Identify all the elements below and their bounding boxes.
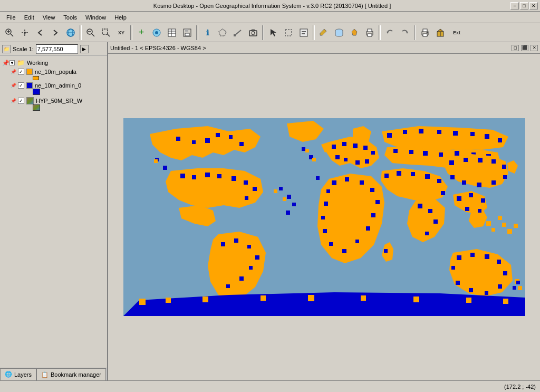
layer-group-working: 📌 ▼ 📁 Working — [2, 58, 105, 68]
data-button[interactable] — [332, 25, 346, 40]
svg-rect-129 — [486, 221, 491, 226]
save-button[interactable] — [180, 25, 195, 40]
map-maximize-button[interactable]: ⬛ — [521, 45, 528, 51]
menu-edit[interactable]: Edit — [20, 13, 38, 22]
svg-marker-39 — [406, 32, 408, 34]
svg-rect-28 — [285, 30, 292, 36]
svg-rect-178 — [384, 249, 388, 253]
menu-file[interactable]: File — [2, 13, 20, 22]
print-button[interactable] — [362, 25, 377, 40]
info-button[interactable]: ℹ — [200, 25, 215, 40]
select-button[interactable] — [266, 25, 281, 40]
layer-checkbox-2[interactable]: ✓ — [18, 82, 24, 89]
svg-marker-38 — [387, 32, 389, 34]
select-rect-button[interactable] — [281, 25, 296, 40]
svg-rect-100 — [498, 138, 502, 142]
table-button[interactable] — [165, 25, 179, 40]
svg-rect-153 — [261, 295, 266, 301]
layer-symbol-2 — [26, 82, 33, 89]
svg-rect-102 — [409, 150, 413, 154]
svg-rect-138 — [478, 209, 481, 213]
toolbar: XY + ℹ — [0, 23, 540, 42]
layers-tab-icon: 🌐 — [5, 371, 12, 378]
svg-rect-143 — [497, 260, 501, 264]
svg-rect-49 — [176, 137, 180, 141]
pin-icon: 📌 — [2, 60, 7, 66]
add-layer-button[interactable]: + — [134, 25, 149, 40]
layer-swatch-1 — [2, 75, 105, 81]
ext-button[interactable]: Ext — [448, 25, 465, 40]
layer-checkbox-3[interactable]: ✓ — [18, 98, 24, 104]
svg-rect-144 — [503, 271, 507, 275]
back-button[interactable] — [33, 25, 47, 40]
svg-rect-95 — [419, 129, 423, 133]
layer-checkbox-1[interactable]: ✓ — [18, 69, 24, 75]
svg-rect-139 — [465, 207, 469, 211]
map-close-button[interactable]: ✕ — [531, 45, 538, 51]
svg-rect-121 — [491, 159, 496, 164]
layer-name-2: ne_10m_admin_0 — [35, 82, 81, 89]
wms-button[interactable] — [149, 25, 164, 40]
svg-rect-170 — [283, 197, 286, 201]
zoom-out-button[interactable] — [83, 25, 98, 40]
undo-button[interactable] — [382, 25, 397, 40]
bookmark-tab[interactable]: 📋 Bookmark manager — [36, 368, 106, 380]
scroll-right[interactable]: ▶ — [80, 45, 89, 53]
symbol-button[interactable] — [347, 25, 362, 40]
toolbar-separator-7 — [414, 25, 416, 40]
layer-symbol-1 — [26, 69, 33, 75]
globe-button[interactable] — [63, 25, 78, 40]
map-canvas[interactable] — [108, 54, 540, 380]
svg-rect-29 — [300, 29, 307, 36]
svg-rect-78 — [335, 155, 340, 159]
layer-swatch-3 — [2, 104, 105, 112]
scale-label: Scale 1: — [13, 46, 34, 52]
svg-rect-140 — [457, 255, 461, 260]
maximize-button[interactable]: □ — [520, 2, 528, 9]
svg-point-43 — [427, 32, 428, 33]
svg-rect-116 — [433, 219, 438, 224]
svg-rect-66 — [255, 255, 259, 260]
zoom-in-button[interactable] — [2, 25, 17, 40]
svg-rect-37 — [368, 34, 372, 36]
folder-button[interactable]: 📁 — [2, 45, 11, 53]
svg-rect-104 — [439, 152, 443, 157]
close-button[interactable]: ✕ — [529, 2, 538, 9]
measure-button[interactable] — [230, 25, 245, 40]
layer-symbol-3 — [26, 97, 34, 104]
pan-button[interactable] — [17, 25, 32, 40]
svg-rect-147 — [469, 288, 473, 292]
expand-working[interactable]: ▼ — [9, 60, 15, 65]
scale-input[interactable] — [36, 44, 78, 54]
snapshot-button[interactable] — [246, 25, 261, 40]
menu-help[interactable]: Help — [110, 13, 131, 22]
print2-button[interactable] — [418, 25, 432, 40]
menu-window[interactable]: Window — [81, 13, 110, 22]
status-coordinates: (172.2 ; -42) — [504, 384, 536, 390]
svg-rect-117 — [425, 232, 429, 235]
menu-view[interactable]: View — [38, 13, 60, 22]
svg-line-9 — [92, 34, 94, 36]
forward-button[interactable] — [48, 25, 63, 40]
bookmark-tab-label: Bookmark manager — [51, 371, 101, 378]
edit-button[interactable] — [316, 25, 331, 40]
scale-bar: 📁 Scale 1: ▶ — [0, 42, 107, 56]
package-button[interactable] — [433, 25, 448, 40]
redo-button[interactable] — [398, 25, 412, 40]
coordinates-button[interactable]: XY — [114, 25, 129, 40]
layers-tab[interactable]: 🌐 Layers — [0, 368, 36, 380]
menu-tools[interactable]: Tools — [59, 13, 81, 22]
select-polygon-button[interactable] — [215, 25, 230, 40]
svg-rect-155 — [361, 295, 366, 301]
zoom-box-button[interactable] — [99, 25, 113, 40]
svg-rect-93 — [387, 133, 392, 138]
svg-rect-101 — [393, 149, 398, 153]
status-bar: (172.2 ; -42) — [0, 380, 540, 392]
layer-swatch-2 — [2, 89, 105, 96]
map-window: Untitled - 1 < EPSG:4326 - WGS84 > ◻ ⬛ ✕ — [108, 42, 540, 380]
feature-select-button[interactable] — [296, 25, 311, 40]
minimize-button[interactable]: − — [510, 2, 519, 9]
left-panel: 📁 Scale 1: ▶ 📌 ▼ 📁 Working 📌 ✓ ne_10m_po… — [0, 42, 108, 380]
svg-rect-142 — [485, 254, 489, 259]
map-minimize-button[interactable]: ◻ — [512, 45, 519, 51]
